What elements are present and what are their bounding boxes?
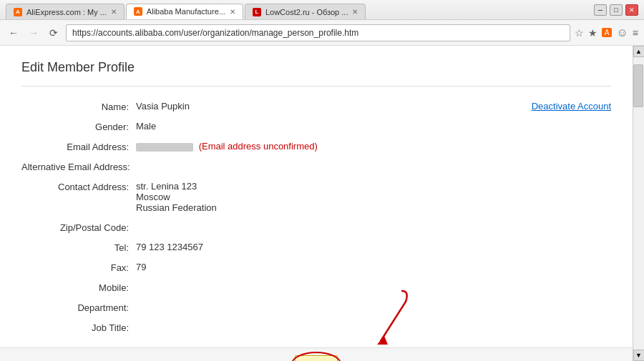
title-divider [21, 86, 611, 86]
window-controls: ─ □ ✕ [594, 4, 638, 16]
scrollbar[interactable]: ▲ ▼ [633, 46, 644, 361]
tab-lowcost-close[interactable]: ✕ [352, 8, 358, 16]
tel-label: Tel: [21, 242, 136, 253]
scroll-thumb[interactable] [633, 64, 643, 107]
menu-icon[interactable]: ≡ [633, 27, 638, 39]
gender-row: Gender: Male [21, 121, 611, 132]
edit-button[interactable]: Edit [295, 355, 338, 361]
tel-row: Tel: 79 123 1234567 [21, 242, 611, 253]
arrow-annotation [338, 287, 416, 352]
bookmark-icon[interactable]: ☆ [575, 27, 584, 39]
tab-alibaba-close[interactable]: ✕ [230, 8, 235, 16]
gender-value: Male [136, 121, 611, 132]
minimize-button[interactable]: ─ [594, 4, 607, 16]
maximize-button[interactable]: □ [610, 4, 623, 16]
user-icon[interactable]: ☺ [616, 26, 628, 39]
email-unconfirmed-text: (Email address unconfirmed) [199, 141, 318, 152]
department-label: Department: [21, 302, 136, 313]
fax-row: Fax: 79 [21, 262, 611, 273]
lowcost-favicon: L [253, 8, 261, 16]
zip-row: Zip/Postal Code: [21, 222, 611, 233]
name-row: Name: Vasia Pupkin Deactivate Account [21, 101, 611, 112]
titlebar: A AliExpress.com : My ... ✕ A Alibaba Ma… [0, 0, 644, 20]
reload-button[interactable]: ⟳ [46, 25, 62, 41]
name-label: Name: [21, 101, 136, 112]
forward-button[interactable]: → [26, 25, 42, 41]
contact-address-label: Contact Address: [21, 181, 136, 192]
zip-label: Zip/Postal Code: [21, 222, 136, 233]
email-label: Email Address: [21, 141, 136, 152]
scroll-down-button[interactable]: ▼ [633, 350, 645, 361]
job-title-label: Job Title: [21, 322, 136, 333]
fax-label: Fax: [21, 262, 136, 273]
alibaba-favicon: A [134, 7, 142, 16]
tab-bar: A AliExpress.com : My ... ✕ A Alibaba Ma… [6, 0, 366, 19]
contact-address-row: Contact Address: str. Lenina 123MoscowRu… [21, 181, 611, 213]
name-value: Vasia Pupkin [136, 101, 532, 112]
bookmark-star-icon[interactable]: ★ [588, 27, 597, 39]
aliexpress-toolbar-icon[interactable]: A [602, 28, 613, 37]
page-title: Edit Member Profile [21, 60, 611, 75]
contact-address-value: str. Lenina 123MoscowRussian Federation [136, 181, 611, 213]
tel-value: 79 123 1234567 [136, 242, 611, 252]
tab-alibaba[interactable]: A Alibaba Manufacture... ✕ [126, 4, 243, 19]
form-footer: Edit [0, 347, 633, 361]
scroll-up-button[interactable]: ▲ [633, 46, 645, 57]
alt-email-label: Alternative Email Address: [21, 161, 137, 172]
tab-lowcost[interactable]: L LowCost2.ru - Обзор ... ✕ [245, 4, 366, 19]
email-value: (Email address unconfirmed) [136, 141, 611, 152]
aliexpress-favicon: A [14, 8, 22, 16]
email-masked [136, 143, 193, 152]
close-button[interactable]: ✕ [625, 4, 638, 16]
alt-email-row: Alternative Email Address: [21, 161, 611, 172]
address-icons: ☆ ★ A ☺ ≡ [575, 26, 638, 39]
page-main: Edit Member Profile Name: Vasia Pupkin D… [0, 46, 633, 361]
tab-aliexpress-label: AliExpress.com : My ... [26, 8, 107, 16]
fax-value: 79 [136, 262, 611, 272]
email-row: Email Address: (Email address unconfirme… [21, 141, 611, 152]
gender-label: Gender: [21, 121, 136, 132]
tab-lowcost-label: LowCost2.ru - Обзор ... [265, 8, 348, 16]
tab-aliexpress[interactable]: A AliExpress.com : My ... ✕ [6, 4, 125, 19]
job-title-row: Job Title: [21, 322, 611, 333]
department-row: Department: [21, 302, 611, 313]
mobile-row: Mobile: [21, 282, 611, 293]
tab-aliexpress-close[interactable]: ✕ [111, 8, 117, 16]
address-bar: ← → ⟳ ☆ ★ A ☺ ≡ [0, 20, 644, 46]
scroll-track[interactable] [633, 57, 644, 350]
svg-marker-0 [377, 336, 388, 345]
profile-form: Name: Vasia Pupkin Deactivate Account Ge… [21, 101, 611, 361]
tab-alibaba-label: Alibaba Manufacture... [147, 7, 225, 16]
url-input[interactable] [66, 24, 570, 41]
back-button[interactable]: ← [6, 25, 21, 41]
browser-content: Edit Member Profile Name: Vasia Pupkin D… [0, 46, 644, 361]
mobile-label: Mobile: [21, 282, 136, 293]
deactivate-account-link[interactable]: Deactivate Account [532, 101, 611, 112]
